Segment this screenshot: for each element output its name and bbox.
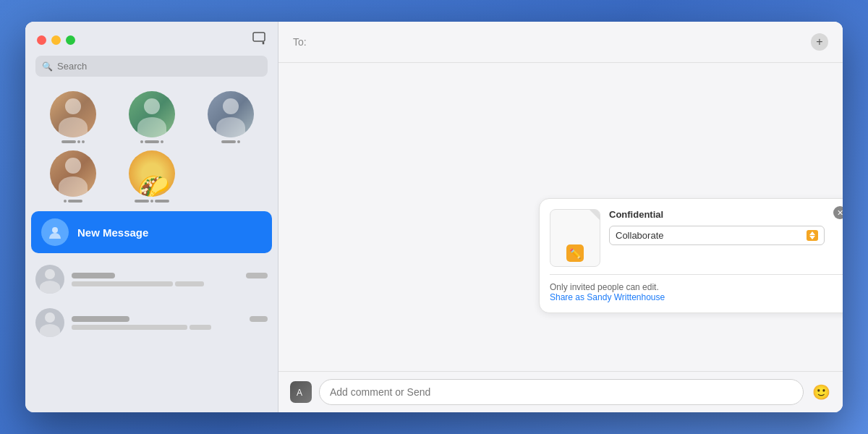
bubble-details: Confidential Collaborate	[609, 209, 825, 245]
search-bar: 🔍	[35, 56, 268, 77]
message-area: ✏️ Confidential Collaborate	[278, 63, 843, 371]
to-label: To:	[293, 36, 307, 48]
bubble-close-button[interactable]: ✕	[833, 206, 843, 219]
bubble-footer: Only invited people can edit. Share as S…	[550, 282, 843, 302]
conversation-list	[25, 253, 278, 412]
avatar	[50, 150, 96, 197]
select-arrows-icon	[807, 230, 818, 241]
conversation-item[interactable]	[25, 301, 278, 344]
avatar	[35, 265, 64, 294]
contact-item[interactable]	[37, 150, 109, 203]
new-message-avatar	[41, 218, 69, 246]
appstore-icon[interactable]: A	[290, 381, 312, 403]
contact-item[interactable]	[195, 91, 266, 143]
add-recipient-button[interactable]: +	[811, 33, 828, 51]
message-bubble: ✏️ Confidential Collaborate	[539, 198, 843, 313]
sidebar: 🔍	[25, 22, 278, 412]
svg-rect-0	[253, 33, 265, 41]
document-preview: ✏️	[550, 209, 600, 267]
message-bubble-container: ✏️ Confidential Collaborate	[539, 198, 843, 313]
emoji-button[interactable]: 🙂	[811, 382, 831, 402]
collaborate-label: Collaborate	[616, 230, 664, 241]
sidebar-titlebar	[25, 22, 278, 56]
new-message-item[interactable]: New Message	[31, 211, 272, 253]
contact-item[interactable]	[116, 150, 187, 203]
share-label[interactable]: Share as Sandy Writtenhouse	[550, 292, 665, 302]
message-input[interactable]	[319, 379, 804, 405]
new-message-label: New Message	[77, 226, 148, 239]
search-input[interactable]	[35, 56, 268, 77]
avatar	[50, 91, 96, 137]
conversation-content	[72, 273, 268, 286]
contact-name	[140, 140, 163, 143]
main-content: To: + ✏️ Confidential	[278, 22, 843, 412]
search-icon: 🔍	[42, 61, 53, 72]
messages-window: 🔍	[25, 22, 843, 412]
contacts-grid	[25, 85, 278, 211]
svg-text:A: A	[297, 388, 302, 398]
traffic-lights	[37, 35, 75, 45]
close-button[interactable]	[37, 35, 46, 45]
to-field: To:	[293, 36, 307, 48]
footer-text: Only invited people can edit.	[550, 282, 665, 292]
contact-item[interactable]	[116, 91, 187, 143]
conversation-content	[72, 316, 268, 330]
main-header: To: +	[278, 22, 843, 63]
contact-item[interactable]	[37, 91, 109, 143]
contact-name	[61, 140, 85, 143]
message-input-bar: A 🙂	[278, 371, 843, 412]
contact-name	[64, 200, 82, 203]
compose-icon[interactable]	[252, 32, 266, 48]
avatar	[35, 308, 64, 337]
pencil-icon: ✏️	[569, 248, 581, 259]
contact-name	[221, 140, 240, 143]
conversation-item[interactable]	[25, 258, 278, 301]
maximize-button[interactable]	[66, 35, 75, 45]
bubble-title: Confidential	[609, 209, 825, 220]
avatar	[129, 150, 175, 197]
minimize-button[interactable]	[51, 35, 61, 45]
divider	[550, 274, 843, 275]
avatar	[208, 91, 254, 137]
avatar	[129, 91, 175, 137]
collaborate-select[interactable]: Collaborate	[609, 226, 825, 245]
contact-name	[135, 200, 169, 203]
doc-icon: ✏️	[566, 244, 584, 262]
svg-point-1	[52, 227, 58, 233]
